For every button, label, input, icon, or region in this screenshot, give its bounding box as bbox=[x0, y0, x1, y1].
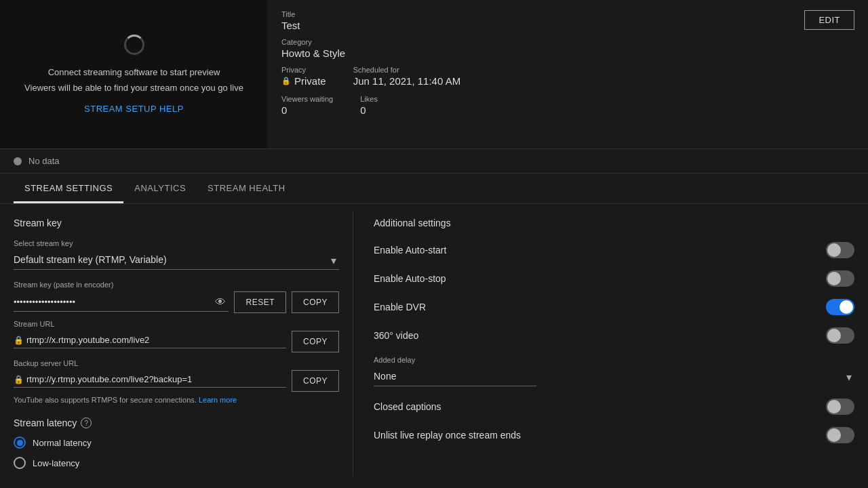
main-content: Stream key Select stream key Default str… bbox=[0, 204, 868, 483]
learn-more-link[interactable]: Learn more bbox=[199, 396, 237, 404]
radio-normal-circle bbox=[14, 436, 26, 449]
copy-url-button[interactable]: COPY bbox=[292, 331, 339, 352]
status-indicator bbox=[14, 157, 22, 165]
closed-captions-knob bbox=[827, 400, 841, 413]
likes-group: Likes 0 bbox=[360, 95, 378, 116]
rtmps-note: YouTube also supports RTMPS for secure c… bbox=[14, 396, 339, 404]
unlist-knob bbox=[827, 428, 841, 442]
auto-stop-toggle[interactable] bbox=[826, 270, 854, 287]
edit-button[interactable]: EDIT bbox=[804, 10, 854, 30]
closed-captions-toggle[interactable] bbox=[826, 399, 854, 415]
stream-latency-section: Stream latency ? bbox=[14, 418, 339, 428]
left-panel: Stream key Select stream key Default str… bbox=[0, 204, 353, 483]
likes-label: Likes bbox=[360, 95, 378, 103]
url-text: rtmp://x.rtmp.youtube.com/live2 bbox=[26, 335, 149, 345]
privacy-row: 🔒 Private bbox=[281, 75, 326, 87]
auto-start-row: Enable Auto-start bbox=[374, 242, 854, 258]
url-input-wrapper: 🔒 rtmp://x.rtmp.youtube.com/live2 bbox=[14, 335, 286, 348]
360-video-toggle[interactable] bbox=[826, 327, 854, 344]
tab-stream-settings[interactable]: STREAM SETTINGS bbox=[14, 174, 123, 203]
meta-row: Privacy 🔒 Private Scheduled for Jun 11, … bbox=[281, 66, 854, 87]
backup-lock-icon: 🔒 bbox=[14, 375, 24, 384]
scheduled-label: Scheduled for bbox=[353, 66, 460, 74]
preview-panel: Connect streaming software to start prev… bbox=[0, 0, 268, 148]
select-key-label: Select stream key bbox=[14, 239, 339, 247]
loading-spinner bbox=[124, 35, 144, 55]
auto-stop-label: Enable Auto-stop bbox=[374, 273, 446, 284]
360-video-knob bbox=[827, 329, 841, 342]
auto-start-label: Enable Auto-start bbox=[374, 245, 446, 256]
key-input-row: 👁 RESET COPY bbox=[14, 291, 339, 313]
category-label: Category bbox=[281, 38, 854, 46]
radio-low-latency[interactable]: Low-latency bbox=[14, 457, 339, 469]
url-field-label: Stream URL bbox=[14, 320, 339, 328]
tab-stream-health[interactable]: STREAM HEALTH bbox=[197, 174, 296, 203]
info-panel: EDIT Title Test Category Howto & Style P… bbox=[268, 0, 868, 148]
viewers-label: Viewers waiting bbox=[281, 95, 333, 103]
auto-start-toggle[interactable] bbox=[826, 242, 854, 258]
key-input-wrapper: 👁 bbox=[14, 293, 229, 312]
latency-title: Stream latency bbox=[14, 418, 77, 428]
radio-normal-label: Normal latency bbox=[33, 438, 92, 448]
right-panel: Additional settings Enable Auto-start En… bbox=[353, 204, 868, 483]
radio-normal-latency[interactable]: Normal latency bbox=[14, 436, 339, 449]
unlist-label: Unlist live replay once stream ends bbox=[374, 430, 521, 441]
copy-backup-button[interactable]: COPY bbox=[292, 370, 339, 392]
backup-row: 🔒 rtmp://y.rtmp.youtube.com/live2?backup… bbox=[14, 370, 339, 392]
status-text: No data bbox=[28, 156, 60, 166]
category-value: Howto & Style bbox=[281, 47, 854, 59]
360-video-label: 360° video bbox=[374, 330, 418, 341]
closed-captions-row: Closed captions bbox=[374, 399, 854, 415]
visibility-toggle-icon[interactable]: 👁 bbox=[215, 296, 226, 308]
auto-stop-knob bbox=[827, 272, 841, 285]
privacy-value: Private bbox=[294, 75, 326, 87]
stream-setup-link[interactable]: STREAM SETUP HELP bbox=[84, 104, 184, 114]
unlist-toggle[interactable] bbox=[826, 427, 854, 443]
dvr-knob bbox=[840, 300, 853, 314]
closed-captions-label: Closed captions bbox=[374, 401, 441, 412]
latency-help-icon[interactable]: ? bbox=[81, 418, 92, 428]
status-bar: No data bbox=[0, 149, 868, 174]
preview-text-2: Viewers will be able to find your stream… bbox=[24, 83, 243, 93]
tab-analytics[interactable]: ANALYTICS bbox=[123, 174, 197, 203]
backup-input-wrapper: 🔒 rtmp://y.rtmp.youtube.com/live2?backup… bbox=[14, 374, 286, 388]
top-section: Connect streaming software to start prev… bbox=[0, 0, 868, 149]
dvr-toggle[interactable] bbox=[826, 299, 854, 315]
viewers-value: 0 bbox=[281, 104, 333, 116]
url-row: 🔒 rtmp://x.rtmp.youtube.com/live2 COPY bbox=[14, 331, 339, 352]
stream-key-title: Stream key bbox=[14, 218, 339, 228]
delay-label: Added delay bbox=[374, 356, 854, 364]
additional-title: Additional settings bbox=[374, 218, 854, 228]
viewers-group: Viewers waiting 0 bbox=[281, 95, 333, 116]
select-key-wrapper: Default stream key (RTMP, Variable) ▾ bbox=[14, 250, 339, 270]
delay-select-wrapper: None5 seconds10 seconds15 seconds ▾ bbox=[374, 367, 854, 386]
delay-arrow-icon: ▾ bbox=[846, 370, 852, 383]
360-video-row: 360° video bbox=[374, 327, 854, 344]
unlist-row: Unlist live replay once stream ends bbox=[374, 427, 854, 443]
delay-select[interactable]: None5 seconds10 seconds15 seconds bbox=[374, 367, 536, 386]
dvr-label: Enable DVR bbox=[374, 302, 426, 312]
auto-stop-row: Enable Auto-stop bbox=[374, 270, 854, 287]
key-field-label: Stream key (paste in encoder) bbox=[14, 281, 339, 289]
preview-text-1: Connect streaming software to start prev… bbox=[48, 67, 220, 77]
stats-row: Viewers waiting 0 Likes 0 bbox=[281, 95, 854, 116]
reset-button[interactable]: RESET bbox=[234, 291, 286, 313]
likes-value: 0 bbox=[360, 104, 378, 116]
added-delay-section: Added delay None5 seconds10 seconds15 se… bbox=[374, 356, 854, 386]
url-lock-icon: 🔒 bbox=[14, 336, 24, 345]
radio-low-label: Low-latency bbox=[33, 458, 79, 468]
scheduled-value: Jun 11, 2021, 11:40 AM bbox=[353, 75, 460, 87]
copy-key-button[interactable]: COPY bbox=[292, 291, 339, 313]
dvr-row: Enable DVR bbox=[374, 299, 854, 315]
lock-icon: 🔒 bbox=[281, 77, 291, 85]
backup-text: rtmp://y.rtmp.youtube.com/live2?backup=1 bbox=[26, 374, 192, 384]
select-key-dropdown[interactable]: Default stream key (RTMP, Variable) bbox=[14, 250, 339, 270]
auto-start-knob bbox=[827, 243, 841, 257]
privacy-group: Privacy 🔒 Private bbox=[281, 66, 326, 87]
backup-field-label: Backup server URL bbox=[14, 359, 339, 367]
stream-key-input[interactable] bbox=[14, 293, 229, 311]
tabs-bar: STREAM SETTINGS ANALYTICS STREAM HEALTH bbox=[0, 174, 868, 204]
radio-low-circle bbox=[14, 457, 26, 469]
privacy-label: Privacy bbox=[281, 66, 326, 74]
title-label: Title bbox=[281, 10, 854, 18]
